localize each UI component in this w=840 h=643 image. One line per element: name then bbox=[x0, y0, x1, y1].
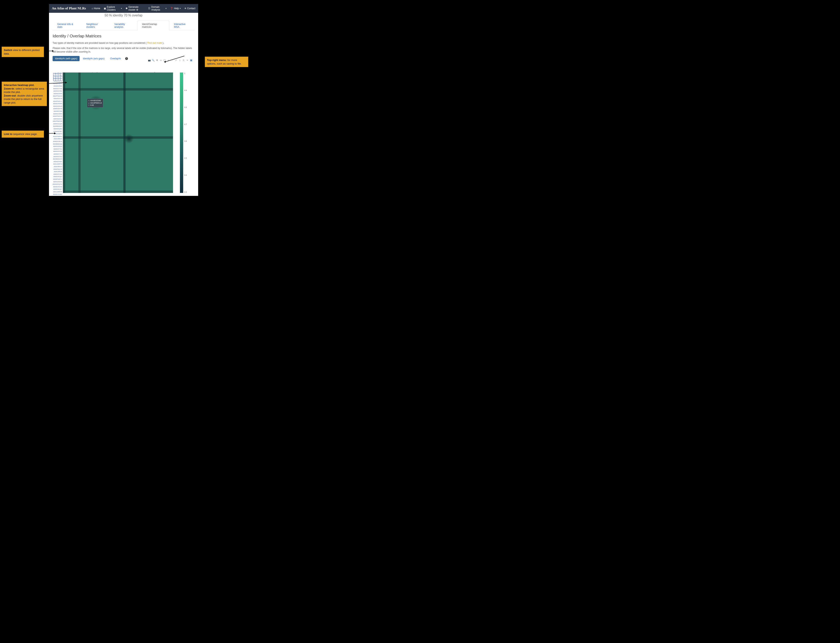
nav-icon: ❓ bbox=[170, 7, 173, 10]
callout-heatmap: Interactive heatmap plot. Zoom-in: selec… bbox=[2, 82, 47, 106]
y-tick-label[interactable]: A0A5B6WCP0 bbox=[52, 158, 62, 160]
site-brand[interactable]: An Atlas of Plant NLRs bbox=[52, 7, 86, 10]
tab-ident-overlap-matrices[interactable]: Ident/Overlap matrices bbox=[137, 21, 169, 30]
modebar-toggle-hover-icon[interactable]: ≡ bbox=[186, 59, 189, 62]
subtab-identity-w-o-gaps-[interactable]: Identity% (w/o gaps) bbox=[80, 56, 107, 61]
hover-tooltip: x: A0A5D2Z282 y: A0A2P5WCL5 z: 0.63 bbox=[87, 98, 103, 108]
colorbar-tick: 0.8 bbox=[184, 106, 187, 108]
y-tick-label[interactable]: A0A5B6WAS5 bbox=[52, 125, 62, 128]
subtab-identity-with-gaps-[interactable]: Identity% (with gaps) bbox=[52, 56, 80, 61]
y-tick-label[interactable]: A0A5D2GRU6 bbox=[52, 140, 62, 143]
modebar-autoscale-icon[interactable]: ⤢ bbox=[175, 59, 177, 62]
y-tick-label[interactable]: A0A5D2CDS5 bbox=[52, 150, 62, 153]
y-tick-label[interactable]: A0A5D2G9M3 bbox=[52, 103, 62, 105]
modebar-select-icon[interactable]: ▭ bbox=[159, 59, 162, 62]
nav-explore-clusters[interactable]: ▣ Explore Clusters ▾ bbox=[104, 6, 122, 11]
heatmap-canvas[interactable]: x: A0A5D2Z282 y: A0A2P5WCL5 z: 0.63 bbox=[63, 72, 173, 193]
y-tick-label[interactable]: A0A5D2KNH0 bbox=[52, 105, 62, 108]
modebar-toggle-spike-icon[interactable]: ⎘ bbox=[182, 59, 185, 62]
y-tick-label[interactable]: A0A061GUW1 bbox=[52, 193, 62, 196]
colorbar-tick: 0.9 bbox=[184, 89, 187, 91]
nav-items: ⌂ Home▣ Explore Clusters ▾✱ Generate clu… bbox=[92, 6, 195, 11]
modebar-reset-icon[interactable]: ⌂ bbox=[178, 59, 181, 62]
y-tick-label[interactable]: A0A5D2Z2G4 bbox=[52, 118, 62, 120]
chevron-down-icon: ▾ bbox=[165, 7, 167, 10]
y-tick-label[interactable]: A0A5D2KQF7 bbox=[52, 188, 62, 191]
y-tick-label[interactable]: A0A5D2UM95 bbox=[52, 113, 62, 115]
nav-icon: ☷ bbox=[148, 7, 150, 10]
y-tick-label[interactable]: A0A5D2G0Q6 bbox=[52, 145, 62, 148]
y-tick-label[interactable]: A0A5D2Q983 bbox=[52, 128, 62, 130]
x-axis-labels: A0A6A3BZ52A0A6A3C280A0A0D2UHF3A0A061HFU0… bbox=[63, 62, 176, 72]
y-tick-label[interactable]: A0A2P5WCM4 bbox=[52, 120, 62, 123]
y-tick-label[interactable]: A0A5D2YYG6 bbox=[52, 88, 62, 90]
y-tick-label[interactable]: A0A0D2SXH9 bbox=[52, 108, 62, 110]
y-tick-label[interactable]: A0A1U8MFV9 bbox=[52, 163, 62, 165]
nav-icon: ⌂ bbox=[92, 7, 93, 10]
colorbar-ticks: 10.90.80.70.60.50.40.3 bbox=[184, 72, 187, 193]
colorbar-gradient bbox=[180, 72, 183, 193]
nav-icon: ▣ bbox=[104, 7, 106, 10]
arrow-link bbox=[44, 133, 56, 134]
y-tick-label[interactable]: A0A0D2SXJ6 bbox=[52, 98, 62, 100]
y-tick-label[interactable]: A0A5D2YZA6 bbox=[52, 173, 62, 176]
tab-neighbour-clusters[interactable]: Neighbour clusters bbox=[82, 21, 109, 30]
arrow-switch bbox=[44, 51, 54, 51]
desc-line-1: Two types of identity matrices are provi… bbox=[52, 41, 194, 45]
nav-home[interactable]: ⌂ Home bbox=[92, 7, 100, 10]
help-icon[interactable]: ? bbox=[125, 57, 128, 60]
tab-general-info-stats[interactable]: General info & stats bbox=[52, 21, 82, 30]
y-tick-label[interactable]: A0A1U8MEX9 bbox=[52, 191, 62, 193]
find-out-more-link[interactable]: Find out more bbox=[147, 42, 162, 44]
y-tick-label[interactable]: A0A5J5R634 bbox=[52, 170, 62, 173]
y-tick-label[interactable]: A0A5J5R4Y4 bbox=[52, 165, 62, 168]
modebar-zoom-icon[interactable]: 🔍 bbox=[152, 59, 155, 62]
y-tick-label[interactable]: A0A5D2VE07 bbox=[52, 160, 62, 163]
chevron-down-icon: ▾ bbox=[180, 7, 181, 10]
y-tick-label[interactable]: A0A2P5WCN9 bbox=[52, 115, 62, 118]
nav-help[interactable]: ❓ Help ▾ bbox=[170, 7, 181, 10]
colorbar-tick: 0.4 bbox=[184, 174, 187, 176]
tab-variability-analysis[interactable]: Variability analysis bbox=[110, 21, 137, 30]
top-navbar: An Atlas of Plant NLRs ⌂ Home▣ Explore C… bbox=[49, 4, 198, 13]
y-tick-label[interactable]: A0A2P5WPK4 bbox=[52, 135, 62, 138]
plot-area: 📷🔍✥▭◯＋－⤢⌂⎘≡▦ A0A6A3BZ52A0A6A3C280A0A0D2U… bbox=[52, 62, 194, 196]
nav-icon: ✈ bbox=[185, 7, 186, 10]
main-tabs: General info & statsNeighbour clustersVa… bbox=[52, 20, 194, 30]
modebar-camera-icon[interactable]: 📷 bbox=[148, 59, 151, 62]
callout-topright: Top-right menu: for more options, such a… bbox=[205, 57, 248, 67]
y-tick-label[interactable]: A0A5D2YY19 bbox=[52, 153, 62, 155]
y-tick-label[interactable]: A0A2P5WCK4 bbox=[52, 95, 62, 98]
y-tick-label[interactable]: A0A5D2UQ26 bbox=[52, 123, 62, 125]
page-body: 50 % identity 70 % overlap General info … bbox=[49, 13, 198, 196]
y-tick-label[interactable]: A0A5D2CD02 bbox=[52, 90, 62, 93]
y-tick-label[interactable]: A0A0B0MUQ8 bbox=[52, 143, 62, 145]
colorbar-tick: 0.7 bbox=[184, 123, 187, 125]
colorbar-tick: 0.5 bbox=[184, 157, 187, 159]
y-tick-label[interactable]: A0A5D2CDH6 bbox=[52, 186, 62, 188]
y-tick-label[interactable]: A0A0D2R834 bbox=[52, 85, 62, 88]
y-tick-label[interactable]: A0A6P4Q1Y0 bbox=[52, 168, 62, 171]
modebar-logo-icon[interactable]: ▦ bbox=[190, 59, 193, 62]
y-tick-label[interactable]: A0A5D2GAS0 bbox=[52, 181, 62, 183]
browser-window: An Atlas of Plant NLRs ⌂ Home▣ Explore C… bbox=[49, 4, 198, 196]
subtab-overlap-[interactable]: Overlap% bbox=[108, 56, 123, 61]
y-tick-label[interactable]: A0A2P5WCL5 bbox=[52, 100, 62, 103]
y-tick-label[interactable]: A0A5J5R6V6 bbox=[52, 138, 62, 140]
y-axis-labels: A0A6A3BZ52A0A6A3C280A0A0D2UHF3A0A061HFU0… bbox=[52, 62, 63, 196]
y-tick-label[interactable]: A0A5D2Z0H6 bbox=[52, 93, 62, 95]
tab-interactive-msa[interactable]: Interactive MSA bbox=[169, 21, 194, 30]
nav-contact[interactable]: ✈ Contact bbox=[185, 7, 195, 10]
nav-domain-analysis[interactable]: ☷ Domain Analysis ▾ bbox=[148, 6, 167, 11]
nav-generate-cluster-[interactable]: ✱ Generate cluster ⚙ bbox=[126, 6, 145, 11]
y-tick-label[interactable]: A0A5D2KQ67 bbox=[52, 176, 62, 178]
y-tick-label[interactable]: A0A535YH08 bbox=[52, 110, 62, 113]
chevron-down-icon: ▾ bbox=[121, 7, 122, 10]
y-tick-label[interactable]: A0A5D2C9U2 bbox=[52, 155, 62, 158]
y-tick-label[interactable]: A0A2P5WPF1 bbox=[52, 178, 62, 181]
y-tick-label[interactable]: A0A5D2YY81 bbox=[52, 148, 62, 150]
colorbar-tick: 0.3 bbox=[184, 191, 187, 193]
y-tick-label[interactable]: A0A5D2XQ703 bbox=[52, 183, 62, 186]
modebar-pan-icon[interactable]: ✥ bbox=[155, 59, 159, 62]
colorbar: 10.90.80.70.60.50.40.3 bbox=[180, 62, 187, 193]
